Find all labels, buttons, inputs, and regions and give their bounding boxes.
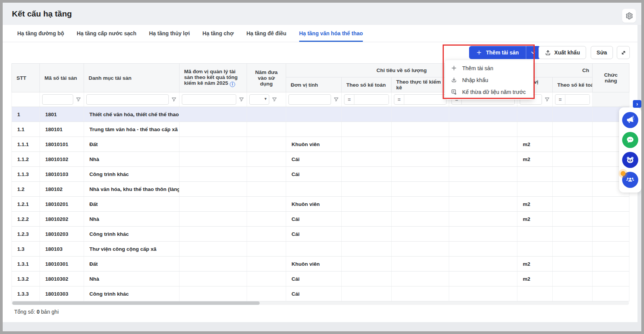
cell-kt2: [553, 257, 593, 271]
community-button[interactable]: [622, 172, 638, 188]
column-header-ma_dv: Mã đơn vị quản lý tài sản theo kết quả t…: [180, 64, 247, 92]
cell-stt: 1.3.3: [12, 286, 40, 301]
filter-funnel-icon[interactable]: [239, 97, 244, 102]
cell-dvt2: [517, 242, 553, 257]
filter-ma_so-input[interactable]: [42, 94, 73, 105]
cell-kk1: [392, 167, 449, 182]
cell-kk1: [392, 257, 449, 271]
cell-kk1: [392, 286, 449, 301]
table-row[interactable]: 1.3.318010303Công trình khácCái: [12, 286, 629, 301]
panda-face-icon: [625, 155, 635, 165]
table-row[interactable]: 1.2180102Nhà văn hóa, khu thể thao thôn …: [12, 182, 629, 197]
cell-danh_muc: Thư viện công cộng cấp xã: [84, 242, 180, 257]
equals-operator[interactable]: =: [555, 95, 565, 104]
cell-cl1: [449, 137, 517, 152]
equals-operator[interactable]: =: [394, 95, 404, 104]
filter-ma_dv-input[interactable]: [182, 94, 236, 105]
table-row[interactable]: 1.2.318010203Công trình khácCái: [12, 227, 629, 242]
cell-dvt1: [286, 182, 342, 197]
export-button[interactable]: Xuất khẩu: [539, 46, 586, 59]
megaphone-button[interactable]: [622, 112, 638, 128]
tab-3[interactable]: Hạ tầng chợ: [203, 25, 234, 42]
menu-item-1[interactable]: Nhập khẩu: [445, 74, 533, 86]
cell-ma_so: 180103: [40, 242, 84, 257]
filter-funnel-icon[interactable]: [333, 97, 339, 102]
cell-stt: 1.2.3: [12, 227, 40, 242]
tab-4[interactable]: Hạ tầng đê điều: [246, 25, 286, 42]
menu-item-0[interactable]: Thêm tài sản: [445, 62, 533, 74]
cell-cl1: [449, 286, 517, 301]
table-row[interactable]: 1.3180103Thư viện công cộng cấp xã: [12, 242, 629, 257]
page-header: Kết cấu hạ tầng: [3, 3, 641, 25]
filter-funnel-icon[interactable]: [76, 97, 81, 102]
cell-chuc_nang: [593, 197, 629, 212]
edit-button[interactable]: Sửa: [591, 46, 613, 59]
cell-kk1: [392, 212, 449, 227]
cell-dvt1: [286, 107, 342, 122]
cell-ma_so: 18010102: [40, 152, 84, 167]
cell-nam: [247, 197, 286, 212]
cell-dvt1: Khuôn viên: [286, 137, 342, 152]
cell-kt2: [553, 212, 593, 227]
filter-kt1-input[interactable]: [354, 95, 389, 104]
table-row[interactable]: 1.1.118010101ĐấtKhuôn viênm2: [12, 137, 629, 152]
cell-kt1: [342, 271, 392, 286]
tab-2[interactable]: Hạ tầng thủy lợi: [149, 25, 189, 42]
table-row[interactable]: 1.1.218010102NhàCáim2: [12, 152, 629, 167]
column-header-stt: STT: [12, 64, 40, 92]
cell-stt: 1.2.2: [12, 212, 40, 227]
expand-button[interactable]: [617, 46, 630, 59]
cell-chuc_nang: [593, 286, 629, 301]
menu-item-2[interactable]: Kế thừa dữ liệu năm trước: [445, 86, 533, 98]
tab-5[interactable]: Hạ tầng văn hóa thể thao: [299, 25, 363, 42]
add-asset-dropdown-toggle[interactable]: [526, 46, 540, 59]
filter-kk1-input[interactable]: [404, 95, 446, 104]
filter-funnel-icon[interactable]: [171, 97, 177, 102]
table-row[interactable]: 1.3.218010302NhàCáim2: [12, 271, 629, 286]
notification-badge: [621, 171, 626, 176]
filter-funnel-icon[interactable]: [272, 97, 277, 102]
table-row[interactable]: 1.1180101Trung tâm văn hóa - thể thao cấ…: [12, 122, 629, 137]
filter-cell-ma_dv: [180, 92, 247, 107]
cell-kk1: [392, 152, 449, 167]
chat-button[interactable]: [622, 132, 638, 148]
panda-bot-button[interactable]: [622, 152, 638, 168]
floating-action-panel: [619, 107, 641, 193]
cell-nam: [247, 242, 286, 257]
equals-operator[interactable]: =: [344, 95, 354, 104]
filter-dvt1-input[interactable]: [288, 94, 331, 105]
column-header-kk1: Theo thực tế kiểm kê: [392, 77, 449, 92]
cell-nam: [247, 286, 286, 301]
filter-kt2-input[interactable]: [565, 95, 590, 104]
filter-cell-kt1: =: [342, 92, 392, 107]
cell-danh_muc: Nhà: [84, 271, 180, 286]
tab-1[interactable]: Hạ tầng cấp nước sạch: [77, 25, 136, 42]
side-drawer-toggle[interactable]: ›: [633, 100, 641, 108]
column-header-danh_muc: Danh mục tài sản: [84, 64, 180, 92]
table-row[interactable]: 1.2.118010201ĐấtKhuôn viênm2: [12, 197, 629, 212]
table-row[interactable]: 1.2.218010202NhàCáim2: [12, 212, 629, 227]
cell-dvt2: m2: [517, 212, 553, 227]
add-asset-button[interactable]: Thêm tài sản: [469, 46, 526, 59]
cell-ma_dv: [180, 212, 247, 227]
settings-button[interactable]: [622, 9, 636, 23]
filter-danh_muc-input[interactable]: [86, 94, 169, 105]
cell-dvt1: Khuôn viên: [286, 197, 342, 212]
scrollbar-thumb[interactable]: [12, 301, 260, 305]
horizontal-scrollbar[interactable]: [12, 301, 629, 305]
filter-funnel-icon[interactable]: [544, 97, 550, 102]
table-row[interactable]: 11801Thiết chế văn hóa, thiết chế thể th…: [12, 107, 629, 122]
add-asset-menu: Thêm tài sảnNhập khẩuKế thừa dữ liệu năm…: [445, 60, 533, 100]
cell-chuc_nang: [593, 271, 629, 286]
cell-chuc_nang: [593, 212, 629, 227]
info-icon[interactable]: i: [230, 82, 235, 87]
table-row[interactable]: 1.3.118010301ĐấtKhuôn viênm2: [12, 257, 629, 271]
cell-cl1: [449, 271, 517, 286]
edit-label: Sửa: [596, 49, 607, 56]
cell-kt2: [553, 242, 593, 257]
tab-0[interactable]: Hạ tầng đường bộ: [17, 25, 64, 42]
table-row[interactable]: 1.1.318010103Công trình khácCái: [12, 167, 629, 182]
cell-kt2: [553, 271, 593, 286]
cell-cl1: [449, 242, 517, 257]
filter-nam-select[interactable]: [249, 94, 269, 105]
